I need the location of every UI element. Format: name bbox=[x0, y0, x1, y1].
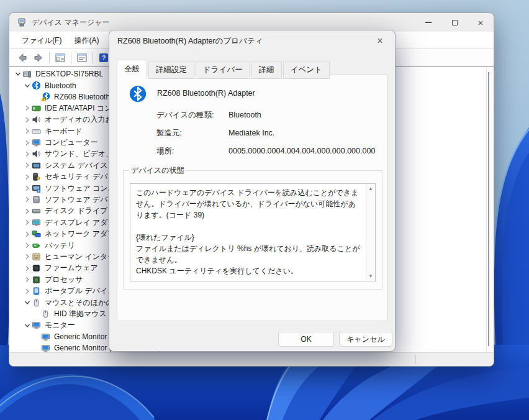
security-icon bbox=[32, 172, 42, 181]
status-scrollbar[interactable]: ▲ ▼ bbox=[366, 184, 375, 281]
tree-item-label: バッテリ bbox=[45, 240, 75, 251]
mouse-icon bbox=[32, 298, 42, 308]
menu-item[interactable]: 操作(A) bbox=[68, 32, 105, 49]
minimize-button[interactable] bbox=[415, 13, 441, 32]
field-value: 0005.0000.0004.004.004.000.000.000.000 bbox=[228, 146, 377, 157]
dialog-title-bar[interactable]: RZ608 Bluetooth(R) Adapterのプロパティ × bbox=[109, 30, 395, 52]
monitor-icon bbox=[41, 344, 51, 352]
device-status-text: このハードウェアのデバイス ドライバーを読み込むことができません。ドライバーが壊… bbox=[130, 184, 366, 281]
cpu-icon bbox=[32, 275, 42, 285]
chevron-right-icon[interactable] bbox=[22, 140, 32, 146]
chevron-right-icon[interactable] bbox=[22, 253, 32, 260]
chevron-right-icon[interactable] bbox=[22, 128, 32, 134]
chevron-right-icon[interactable] bbox=[22, 208, 32, 214]
scroll-up-icon[interactable]: ▲ bbox=[368, 186, 373, 191]
dialog-tab[interactable]: ドライバー bbox=[196, 62, 250, 79]
ide-icon bbox=[32, 104, 42, 113]
chevron-right-icon[interactable] bbox=[22, 231, 32, 237]
close-icon[interactable]: × bbox=[373, 35, 387, 47]
tree-item-label: ファームウェア bbox=[45, 263, 98, 273]
dialog-tab[interactable]: 詳細設定 bbox=[148, 62, 194, 79]
statusbar-divider bbox=[415, 355, 416, 364]
tree-item-label: モニター bbox=[45, 320, 75, 331]
bluetooth-icon bbox=[129, 84, 147, 103]
chevron-right-icon[interactable] bbox=[22, 219, 32, 226]
chevron-right-icon[interactable] bbox=[22, 174, 32, 180]
tree-item-label: システム デバイス bbox=[45, 160, 108, 171]
toolbar-separator bbox=[49, 52, 50, 63]
tree-item-label: DESKTOP-SI75RBL bbox=[35, 70, 103, 78]
device-field-row: 製造元:Mediatek Inc. bbox=[156, 128, 377, 139]
software-component-icon bbox=[32, 184, 42, 193]
tree-item-label: HID 準拠マウス bbox=[54, 309, 107, 319]
desktop: デバイス マネージャー × ファイル(F)操作(A)表示(V) ? DESKTO… bbox=[0, 0, 529, 420]
field-label: 場所: bbox=[156, 146, 228, 157]
dialog-tab[interactable]: イベント bbox=[283, 62, 330, 79]
system-icon bbox=[32, 161, 42, 170]
ok-button[interactable]: OK bbox=[278, 332, 334, 347]
chevron-right-icon[interactable] bbox=[22, 117, 32, 123]
portable-icon bbox=[32, 286, 42, 296]
field-value: Bluetooth bbox=[228, 110, 377, 121]
dialog-tab[interactable]: 詳細 bbox=[251, 62, 282, 79]
field-label: デバイスの種類: bbox=[156, 110, 228, 121]
monitor-icon bbox=[41, 332, 51, 342]
scrollbar-thumb[interactable] bbox=[488, 72, 489, 346]
chevron-right-icon[interactable] bbox=[22, 151, 32, 157]
network-icon bbox=[32, 229, 42, 239]
menu-item[interactable]: ファイル(F) bbox=[16, 32, 68, 49]
device-status-label: デバイスの状態 bbox=[129, 165, 186, 176]
toolbar-separator bbox=[71, 52, 71, 63]
chevron-right-icon[interactable] bbox=[22, 196, 32, 203]
software-device-icon bbox=[32, 195, 42, 204]
hid-icon bbox=[32, 252, 42, 262]
disk-icon bbox=[32, 206, 42, 216]
device-field-row: デバイスの種類:Bluetooth bbox=[156, 110, 377, 121]
chevron-right-icon[interactable] bbox=[22, 185, 32, 191]
properties-icon[interactable] bbox=[74, 50, 90, 65]
chevron-right-icon[interactable] bbox=[22, 288, 32, 294]
dialog-buttons: OK キャンセル bbox=[278, 332, 392, 347]
keyboard-icon bbox=[32, 127, 42, 136]
computer-icon bbox=[22, 70, 32, 79]
tree-item-label: ポータブル デバイス bbox=[45, 286, 115, 296]
field-label: 製造元: bbox=[156, 128, 228, 139]
tree-item-label: キーボード bbox=[45, 126, 83, 137]
vertical-scrollbar[interactable] bbox=[486, 67, 494, 352]
close-button[interactable]: × bbox=[468, 13, 494, 32]
chevron-right-icon[interactable] bbox=[22, 265, 32, 272]
display-icon bbox=[32, 218, 42, 227]
device-status-box: このハードウェアのデバイス ドライバーを読み込むことができません。ドライバーが壊… bbox=[130, 183, 376, 281]
chevron-down-icon[interactable] bbox=[13, 71, 22, 77]
device-info-fields: デバイスの種類:Bluetooth製造元:Mediatek Inc.場所:000… bbox=[156, 110, 377, 164]
device-manager-icon bbox=[17, 17, 27, 27]
chevron-right-icon[interactable] bbox=[22, 162, 32, 168]
chevron-right-icon[interactable] bbox=[22, 242, 32, 249]
maximize-button[interactable] bbox=[441, 13, 468, 32]
chevron-down-icon[interactable] bbox=[22, 83, 32, 89]
bluetooth-icon bbox=[32, 81, 42, 90]
chevron-down-icon[interactable] bbox=[22, 299, 32, 306]
svg-text:?: ? bbox=[102, 54, 106, 62]
monitor-icon bbox=[32, 138, 42, 147]
scroll-down-icon[interactable]: ▼ bbox=[368, 273, 373, 279]
properties-dialog: RZ608 Bluetooth(R) Adapterのプロパティ × 全般詳細設… bbox=[109, 30, 396, 352]
cancel-button[interactable]: キャンセル bbox=[339, 332, 392, 347]
tree-item-label: プロセッサ bbox=[45, 275, 83, 285]
mouse-icon bbox=[41, 309, 51, 319]
chevron-down-icon[interactable] bbox=[22, 322, 32, 329]
tree-item-label: ディスク ドライブ bbox=[45, 206, 108, 216]
tab-strip: 全般詳細設定ドライバー詳細イベント bbox=[117, 59, 331, 78]
forward-icon[interactable] bbox=[30, 50, 47, 65]
back-icon[interactable] bbox=[14, 50, 30, 65]
title-bar[interactable]: デバイス マネージャー × bbox=[9, 13, 494, 32]
device-name: RZ608 Bluetooth(R) Adapter bbox=[157, 89, 255, 98]
show-hide-console-icon[interactable] bbox=[52, 50, 68, 65]
chevron-right-icon[interactable] bbox=[22, 105, 32, 111]
tree-item-label: コンピューター bbox=[45, 137, 97, 148]
chevron-right-icon[interactable] bbox=[22, 276, 32, 283]
battery-icon bbox=[32, 241, 42, 250]
dialog-tab[interactable]: 全般 bbox=[117, 60, 147, 79]
toolbar-separator bbox=[93, 52, 93, 63]
firmware-icon bbox=[32, 263, 42, 273]
